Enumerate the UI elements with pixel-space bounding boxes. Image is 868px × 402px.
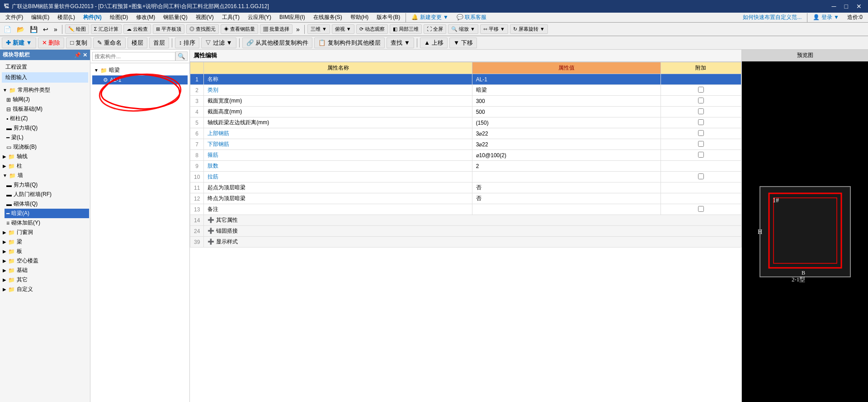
floor-btn[interactable]: 楼层 (127, 37, 147, 48)
copy-component-btn[interactable]: □ 复制 (66, 37, 91, 48)
nav-close-icon[interactable]: ✕ (83, 52, 87, 58)
nav-group-custom[interactable]: ▶ 📁 自定义 (1, 285, 89, 294)
sort-btn[interactable]: ↕ 排序 (175, 37, 199, 48)
toolbar-calc-btn[interactable]: Σ 汇总计算 (91, 24, 122, 34)
menu-edit[interactable]: 编辑(E) (28, 13, 53, 22)
menu-help[interactable]: 帮助(H) (347, 13, 373, 22)
nav-group-wall-header[interactable]: ▼ 📁 墙 (1, 171, 89, 180)
toolbar-draw-btn[interactable]: ✏️ 绘图 (65, 24, 89, 34)
attr-value-11[interactable]: 否 (472, 182, 660, 193)
find-btn[interactable]: 查找 ▼ (387, 37, 414, 48)
maximize-btn[interactable]: □ (842, 2, 851, 11)
menu-tools[interactable]: 工具(T) (218, 13, 243, 22)
menu-component[interactable]: 构件(N) (80, 13, 105, 22)
search-button[interactable]: 🔍 (175, 51, 188, 61)
expand-row-14[interactable]: 14 ➕ 其它属性 (190, 215, 741, 226)
menu-cost[interactable]: 造价:0 (844, 13, 866, 22)
attr-name-2[interactable]: 类别 (204, 85, 472, 96)
attr-name-10[interactable]: 拉筋 (204, 172, 472, 182)
axis-toggle[interactable]: ▶ (3, 154, 6, 159)
attr-value-8[interactable]: ⌀10@100(2) (472, 150, 660, 161)
beam-toggle[interactable]: ▶ (3, 239, 6, 244)
toolbar-3d-btn[interactable]: 三维 ▼ (307, 24, 330, 34)
expand-label-39[interactable]: ➕ 显示样式 (204, 237, 741, 248)
toolbar-local3d-btn[interactable]: ◧ 局部三维 (390, 24, 422, 34)
custom-toggle[interactable]: ▶ (3, 287, 6, 292)
menu-rebar[interactable]: 钢筋量(Q) (160, 13, 191, 22)
checkbox-3[interactable] (698, 98, 704, 103)
toolbar-more-1[interactable]: » (52, 25, 59, 34)
checkbox-10[interactable] (698, 173, 704, 179)
nav-group-slab[interactable]: ▶ 📁 板 (1, 247, 89, 256)
menu-draw[interactable]: 绘图(D) (106, 13, 132, 22)
expand-row-39[interactable]: 39 ➕ 显示样式 (190, 237, 741, 248)
menu-contact[interactable]: 💬 联系客服 (453, 13, 490, 22)
attr-value-6[interactable]: 3⌀22 (472, 128, 660, 139)
close-btn[interactable]: ✕ (854, 2, 864, 11)
attr-value-9[interactable]: 2 (472, 161, 660, 172)
menu-file[interactable]: 文件(F) (2, 13, 27, 22)
nav-group-column[interactable]: ▶ 📁 柱 (1, 161, 89, 171)
toolbar-open-icon[interactable]: 📂 (15, 25, 26, 34)
menu-modify[interactable]: 修改(M) (132, 13, 159, 22)
nav-engineering-settings[interactable]: 工程设置 (2, 62, 88, 72)
common-toggle[interactable]: ▼ (3, 88, 7, 93)
attr-value-5[interactable]: (150) (472, 117, 660, 128)
attr-value-4[interactable]: 500 (472, 107, 660, 117)
attr-link-6[interactable]: 上部钢筋 (208, 130, 229, 136)
move-up-btn[interactable]: ▲ 上移 (420, 37, 448, 48)
filter-btn[interactable]: ▽ 过滤 ▼ (201, 37, 236, 48)
nav-beam[interactable]: ━梁(L) (5, 133, 89, 142)
slab-toggle[interactable]: ▶ (3, 249, 6, 254)
toolbar-pan-btn[interactable]: ⇿ 平移 ▼ (480, 24, 508, 34)
new-component-btn[interactable]: ✚ 新建 ▼ (2, 37, 36, 48)
attr-value-3[interactable]: 300 (472, 96, 660, 107)
nav-group-axis[interactable]: ▶ 📁 轴线 (1, 152, 89, 161)
nav-shear-wall2[interactable]: ▬剪力墙(Q) (5, 180, 89, 190)
attr-name-7[interactable]: 下部钢筋 (204, 139, 472, 150)
toolbar-zoom-btn[interactable]: 🔍 缩放 ▼ (448, 24, 478, 34)
attr-value-1[interactable]: AL-1 (472, 74, 660, 85)
checkbox-6[interactable] (698, 130, 704, 136)
attr-link-7[interactable]: 下部钢筋 (208, 141, 229, 147)
nav-group-hollow[interactable]: ▶ 📁 空心楼盖 (1, 256, 89, 266)
top-floor-btn[interactable]: 首层 (149, 37, 169, 48)
nav-group-common-header[interactable]: ▼ 📁 常用构件类型 (1, 85, 89, 95)
attr-name-9[interactable]: 肢数 (204, 161, 472, 172)
checkbox-4[interactable] (698, 108, 704, 114)
nav-group-beam[interactable]: ▶ 📁 梁 (1, 237, 89, 247)
nav-group-door[interactable]: ▶ 📁 门窗洞 (1, 228, 89, 237)
menu-view[interactable]: 视图(V) (192, 13, 217, 22)
hb-parent-toggle[interactable]: ▼ (94, 68, 99, 73)
delete-component-btn[interactable]: ✕ 删除 (38, 37, 65, 48)
minimize-btn[interactable]: ─ (829, 2, 839, 11)
column-toggle[interactable]: ▶ (3, 164, 6, 168)
toolbar-rotate-btn[interactable]: ⟳ 动态观察 (356, 24, 388, 34)
comp-tree-al1[interactable]: ⚙ AL-1 (92, 75, 188, 84)
menu-new-change[interactable]: 🔔 新建变更 ▼ (408, 13, 452, 22)
menu-floor[interactable]: 楼层(L) (54, 13, 79, 22)
attr-name-6[interactable]: 上部钢筋 (204, 128, 472, 139)
checkbox-7[interactable] (698, 141, 704, 147)
toolbar-undo-icon[interactable]: ↩ (41, 25, 50, 34)
nav-slab[interactable]: ▭现浇板(B) (5, 142, 89, 152)
toolbar-fullscreen-btn[interactable]: ⛶ 全屏 (424, 24, 446, 34)
menu-login[interactable]: 👤 登录 ▼ (809, 13, 843, 22)
nav-draw-input[interactable]: 绘图输入 (2, 72, 88, 83)
expand-label-14[interactable]: ➕ 其它属性 (204, 215, 741, 226)
checkbox-8[interactable] (698, 152, 704, 158)
checkbox-5[interactable] (698, 119, 704, 125)
toolbar-save-icon[interactable]: 💾 (28, 25, 39, 34)
wall-toggle[interactable]: ▼ (3, 173, 7, 178)
foundation-toggle[interactable]: ▶ (3, 268, 6, 273)
checkbox-2[interactable] (698, 87, 704, 93)
toolbar-rotate2-btn[interactable]: ↻ 屏幕旋转 ▼ (510, 24, 548, 34)
attr-value-12[interactable]: 否 (472, 193, 660, 204)
toolbar-cloud-check-btn[interactable]: ☁ 云检查 (123, 24, 151, 34)
nav-pin-icon[interactable]: 📌 (74, 52, 81, 58)
attr-name-8[interactable]: 箍筋 (204, 150, 472, 161)
expand-label-24[interactable]: ➕ 锚固搭接 (204, 226, 741, 237)
expand-row-24[interactable]: 24 ➕ 锚固搭接 (190, 226, 741, 237)
rename-component-btn[interactable]: ✎ 重命名 (93, 37, 126, 48)
nav-civil-defense[interactable]: ▬人防门框墙(RF) (5, 190, 89, 199)
